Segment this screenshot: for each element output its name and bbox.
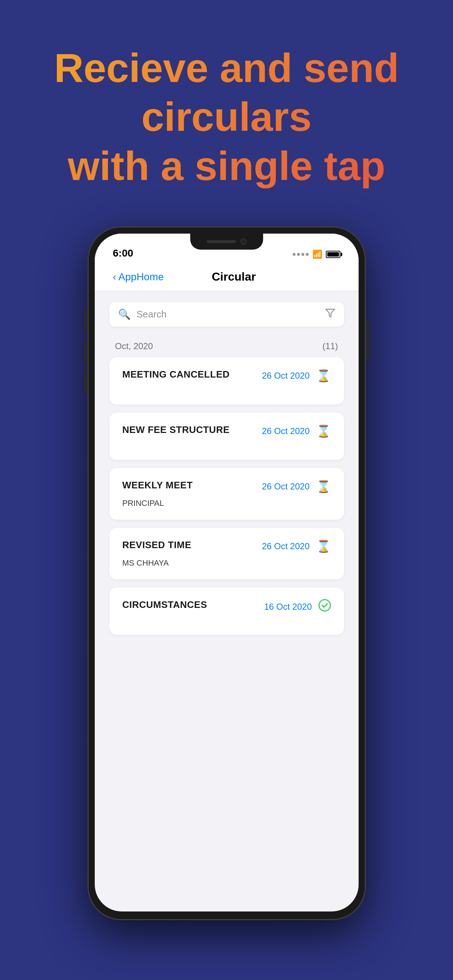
item-date: 26 Oct 2020 [262, 371, 310, 381]
item-subtitle: PRINCIPAL [122, 499, 331, 508]
list-item[interactable]: REVISED TIME 26 Oct 2020 ⌛ MS CHHAYA [109, 528, 344, 579]
phone-frame: 6:00 📶 ‹ Ap [88, 227, 365, 920]
section-date: Oct, 2020 [115, 341, 153, 351]
card-row: REVISED TIME 26 Oct 2020 ⌛ [122, 539, 331, 553]
search-icon: 🔍 [118, 308, 131, 320]
item-subtitle: MS CHHAYA [122, 558, 331, 568]
nav-bar: ‹ AppHome Circular [95, 263, 359, 291]
camera [240, 239, 247, 245]
item-title: REVISED TIME [122, 539, 191, 551]
card-row: WEEKLY MEET 26 Oct 2020 ⌛ [122, 480, 331, 493]
back-button[interactable]: ‹ AppHome [113, 271, 164, 283]
status-time: 6:00 [113, 247, 134, 259]
phone-screen: 6:00 📶 ‹ Ap [95, 234, 359, 912]
list-item[interactable]: Circumstances 16 Oct 2020 [109, 587, 344, 635]
hero-line1: Recieve and send circulars [54, 45, 399, 140]
card-meta: 26 Oct 2020 ⌛ [262, 369, 331, 383]
svg-marker-0 [326, 309, 334, 317]
chevron-left-icon: ‹ [113, 271, 116, 283]
wifi-icon: 📶 [312, 250, 322, 259]
dot-3 [301, 253, 304, 256]
status-icons: 📶 [292, 250, 340, 259]
card-row: MEETING CANCELLED 26 Oct 2020 ⌛ [122, 369, 331, 383]
hero-line2: with a single tap [68, 143, 385, 189]
hero-text: Recieve and send circulars with a single… [0, 0, 453, 213]
list-item[interactable]: WEEKLY MEET 26 Oct 2020 ⌛ PRINCIPAL [109, 468, 344, 520]
svg-point-1 [319, 600, 330, 611]
item-date: 26 Oct 2020 [262, 426, 310, 436]
page-title: Circular [212, 270, 256, 283]
item-date: 26 Oct 2020 [262, 541, 310, 551]
back-label: AppHome [118, 271, 164, 283]
list-item[interactable]: NEW FEE STRUCTURE 26 Oct 2020 ⌛ [109, 412, 344, 460]
item-title: WEEKLY MEET [122, 480, 193, 491]
hourglass-icon: ⌛ [316, 369, 331, 383]
search-bar[interactable]: 🔍 Search [109, 302, 344, 326]
list-container: MEETING CANCELLED 26 Oct 2020 ⌛ NEW FEE … [109, 357, 344, 635]
speaker [207, 240, 236, 243]
filter-icon[interactable] [325, 308, 335, 321]
hourglass-icon: ⌛ [316, 539, 331, 553]
notch [190, 234, 263, 250]
hourglass-icon: ⌛ [316, 424, 331, 438]
phone-wrapper: 6:00 📶 ‹ Ap [0, 213, 453, 920]
item-title: NEW FEE STRUCTURE [122, 424, 230, 436]
section-header: Oct, 2020 (11) [109, 337, 344, 357]
dot-2 [297, 253, 300, 256]
item-title: MEETING CANCELLED [122, 369, 230, 380]
dot-4 [306, 253, 309, 256]
search-input[interactable]: Search [137, 309, 325, 320]
hero-section: Recieve and send circulars with a single… [0, 0, 453, 213]
card-meta: 26 Oct 2020 ⌛ [262, 424, 331, 438]
battery-icon [326, 251, 340, 258]
hourglass-icon: ⌛ [316, 480, 331, 493]
card-row: NEW FEE STRUCTURE 26 Oct 2020 ⌛ [122, 424, 331, 438]
item-date: 16 Oct 2020 [264, 602, 312, 612]
battery-fill [327, 252, 339, 256]
item-date: 26 Oct 2020 [262, 481, 310, 492]
card-meta: 26 Oct 2020 ⌛ [262, 539, 331, 553]
card-row: Circumstances 16 Oct 2020 [122, 599, 331, 614]
signal-dots [292, 253, 309, 256]
dot-1 [292, 253, 296, 256]
list-item[interactable]: MEETING CANCELLED 26 Oct 2020 ⌛ [109, 357, 344, 404]
content-area: 🔍 Search Oct, 2020 (11) [95, 291, 359, 654]
card-meta: 16 Oct 2020 [264, 599, 331, 614]
card-meta: 26 Oct 2020 ⌛ [262, 480, 331, 493]
checkmark-circle-icon [318, 599, 331, 614]
item-title: Circumstances [122, 599, 207, 611]
section-count: (11) [323, 341, 338, 351]
status-bar: 6:00 📶 [95, 234, 359, 263]
